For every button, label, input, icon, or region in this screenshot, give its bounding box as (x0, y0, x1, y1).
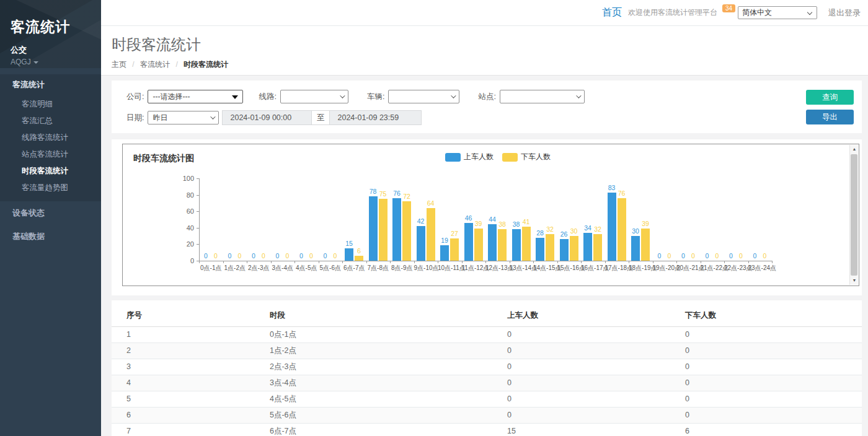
x-axis-tick (414, 261, 415, 263)
chart-bar[interactable] (450, 238, 459, 261)
chart-bar[interactable] (522, 227, 531, 261)
app-logo-title: 客流统计 (11, 17, 101, 37)
x-axis-category-label: 0点-1点 (199, 264, 223, 272)
bar-value-label: 41 (517, 218, 536, 225)
table-cell: 15 (507, 423, 685, 436)
chevron-down-icon (211, 114, 216, 119)
x-axis-tick (605, 261, 606, 263)
scrollbar-thumb[interactable] (851, 154, 857, 276)
period-stats-table: 序号时段上车人数下车人数 10点-1点0021点-2点0032点-3点0043点… (112, 305, 862, 436)
app-root: 客流统计 公交 AQGJ 客流统计 客流明细 客流汇总 线路客流统计 站点客流统… (0, 0, 868, 436)
user-menu[interactable]: AQGJ (11, 58, 101, 66)
export-button[interactable]: 导出 (806, 110, 854, 124)
chevron-down-icon (340, 93, 345, 98)
chart-bar[interactable] (392, 198, 401, 261)
breadcrumb-section[interactable]: 客流统计 (140, 60, 170, 69)
chart-bar[interactable] (355, 256, 363, 261)
x-axis-category-label: 21点-22点 (701, 264, 725, 272)
x-axis-category-label: 14点-15点 (533, 264, 557, 272)
vehicle-label: 车辆: (367, 92, 384, 102)
date-end-input[interactable]: 2024-01-09 23:59 (329, 110, 422, 125)
sidebar-submenu: 客流明细 客流汇总 线路客流统计 站点客流统计 时段客流统计 客流量趋势图 (0, 95, 101, 201)
user-name: AQGJ (11, 58, 31, 66)
sidebar-item-passenger-detail[interactable]: 客流明细 (0, 96, 101, 113)
chart-bar[interactable] (498, 229, 507, 261)
sidebar-item-passenger-summary[interactable]: 客流汇总 (0, 113, 101, 129)
x-axis-tick (342, 261, 343, 263)
sidebar-item-device-status[interactable]: 设备状态 (0, 201, 101, 225)
scroll-down-arrow-icon[interactable]: ▼ (850, 276, 859, 285)
logout-link[interactable]: 退出登录 (828, 7, 861, 19)
table-cell: 0 (507, 359, 685, 375)
vehicle-select[interactable] (388, 90, 459, 103)
chart-bar[interactable] (417, 226, 425, 261)
topbar: 首页 欢迎使用客流统计管理平台 34 简体中文 退出登录 (101, 0, 868, 26)
home-link[interactable]: 首页 (602, 6, 622, 19)
chart-bar[interactable] (379, 199, 388, 261)
chart-bar[interactable] (560, 239, 569, 261)
x-axis-category-label: 9点-10点 (414, 264, 438, 272)
date-start-input[interactable]: 2024-01-09 00:00 (222, 110, 312, 125)
filter-panel: 公司: ---请选择--- 线路: 车辆: 站点: (112, 81, 862, 133)
chart-bar[interactable] (570, 236, 578, 261)
station-label: 站点: (478, 92, 495, 102)
sidebar-item-station-stats[interactable]: 站点客流统计 (0, 146, 101, 163)
bar-value-label: 72 (397, 193, 416, 200)
chart-bar[interactable] (427, 208, 435, 261)
sidebar-item-route-stats[interactable]: 线路客流统计 (0, 129, 101, 146)
welcome-text: 欢迎使用客流统计管理平台 (628, 7, 717, 18)
y-axis-tick (197, 178, 199, 179)
chart-bar[interactable] (631, 236, 640, 261)
x-axis-category-label: 4点-5点 (294, 264, 319, 272)
chart-bar[interactable] (488, 224, 497, 261)
chart-bar[interactable] (593, 234, 602, 261)
line-select[interactable] (280, 90, 348, 103)
line-label: 线路: (259, 92, 276, 102)
breadcrumb-separator: / (175, 60, 177, 69)
table-cell: 2点-3点 (270, 359, 507, 375)
chart-bar[interactable] (512, 229, 521, 261)
scroll-up-arrow-icon[interactable]: ▲ (850, 145, 859, 154)
sidebar-item-period-stats[interactable]: 时段客流统计 (0, 163, 101, 180)
company-select[interactable]: ---请选择--- (148, 90, 243, 103)
x-axis-category-label: 7点-8点 (366, 264, 391, 272)
sidebar-item-base-data[interactable]: 基础数据 (0, 225, 101, 248)
table-header-cell: 下车人数 (685, 305, 862, 326)
date-preset-select[interactable]: 昨日 (148, 111, 219, 124)
table-cell: 0 (507, 391, 685, 407)
company-label: 公司: (126, 92, 144, 102)
bar-value-label: 64 (422, 199, 440, 207)
table-row: 65点-6点00 (112, 407, 862, 423)
x-axis-category-label: 2点-3点 (247, 264, 271, 272)
chart-bar[interactable] (618, 198, 626, 261)
table-header-row: 序号时段上车人数下车人数 (112, 305, 862, 326)
x-axis-category-label: 6点-7点 (342, 264, 366, 272)
x-axis-tick (199, 261, 200, 263)
chart-bar[interactable] (608, 193, 616, 261)
chart-bar[interactable] (641, 229, 650, 261)
sidebar-item-trend-chart[interactable]: 客流量趋势图 (0, 180, 101, 196)
sidebar-item-passenger-stats[interactable]: 客流统计 (0, 74, 101, 95)
chart-bar[interactable] (474, 229, 483, 261)
y-axis-tick (197, 211, 199, 212)
brand-area: 客流统计 公交 AQGJ (0, 0, 101, 68)
table-row: 54点-5点00 (112, 391, 862, 407)
language-select[interactable]: 简体中文 (738, 6, 817, 19)
date-preset-value: 昨日 (153, 113, 167, 123)
chart-scrollbar[interactable]: ▲ ▼ (849, 145, 858, 285)
table-cell: 1 (112, 326, 270, 342)
chart-bar[interactable] (536, 238, 544, 261)
x-axis-category-label: 22点-23点 (724, 264, 748, 272)
chart-bar[interactable] (402, 201, 411, 261)
chart-bar[interactable] (369, 196, 378, 261)
breadcrumb-home[interactable]: 主页 (112, 60, 126, 69)
station-select[interactable] (500, 90, 585, 103)
chart-bar[interactable] (583, 233, 592, 261)
query-button[interactable]: 查询 (806, 90, 854, 105)
table-cell: 3点-4点 (270, 375, 507, 391)
x-axis-category-label: 5点-6点 (319, 264, 343, 272)
chart-bar[interactable] (546, 234, 554, 261)
chart-bar[interactable] (464, 223, 473, 261)
chart-bar[interactable] (440, 245, 449, 261)
y-axis-tick-label: 0 (175, 257, 194, 264)
